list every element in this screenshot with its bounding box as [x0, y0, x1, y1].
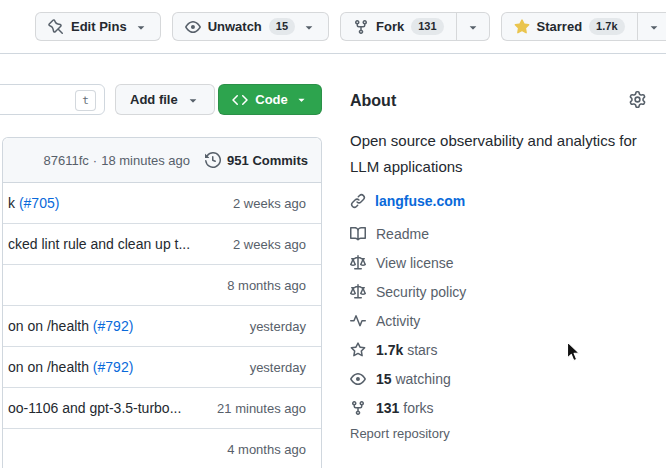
fork-label: Fork [376, 19, 404, 34]
repo-action-bar: Edit Pins Unwatch 15 Fork 131 Starred 1.… [0, 0, 666, 54]
commit-age: 8 months ago [227, 278, 306, 293]
star-filled-icon [514, 19, 530, 35]
about-header: About [350, 90, 646, 112]
commit-message-text: cked lint rule and clean up t... [8, 236, 190, 252]
starred-button[interactable]: Starred 1.7k [501, 12, 638, 41]
table-row: on on /health (#792)yesterday [3, 306, 321, 347]
commit-age: 2 weeks ago [233, 237, 306, 252]
book-icon [350, 226, 366, 242]
watch-count-badge: 15 [269, 18, 295, 35]
table-row: 8 months ago [3, 265, 321, 306]
gear-icon [629, 91, 646, 108]
commit-message-text: on on /health [8, 318, 93, 334]
about-link-label: Activity [376, 313, 420, 329]
issue-link[interactable]: (#792) [93, 359, 133, 375]
commit-message-text: oo-1106 and gpt-3.5-turbo... [8, 400, 181, 416]
repo-forked-icon [350, 400, 366, 416]
latest-commit-bar: 87611fc · 18 minutes ago 951 Commits [3, 138, 321, 183]
commit-sha: 87611fc [44, 153, 89, 168]
about-link-label: 15 watching [376, 371, 451, 387]
star-button-group: Starred 1.7k [501, 12, 666, 41]
about-links: ReadmeView licenseSecurity policyActivit… [350, 219, 646, 422]
unwatch-button[interactable]: Unwatch 15 [172, 12, 329, 41]
about-link-label: Security policy [376, 284, 466, 300]
commit-message[interactable]: oo-1106 and gpt-3.5-turbo... [8, 400, 205, 416]
fork-icon [353, 19, 369, 35]
pin-icon [48, 19, 64, 35]
commit-age: 2 weeks ago [233, 196, 306, 211]
file-table-card: 87611fc · 18 minutes ago 951 Commits k (… [2, 137, 322, 468]
website-row: langfuse.com [350, 193, 646, 209]
fork-button-group: Fork 131 [340, 12, 490, 41]
commit-message[interactable]: cked lint rule and clean up t... [8, 236, 221, 252]
fork-count-badge: 131 [411, 18, 443, 35]
table-row: on on /health (#792)yesterday [3, 347, 321, 388]
eye-icon [350, 371, 366, 387]
commit-time: 18 minutes ago [101, 153, 190, 168]
chevron-down-icon [295, 93, 308, 106]
table-row: k (#705)2 weeks ago [3, 183, 321, 224]
add-file-button[interactable]: Add file [115, 84, 215, 115]
star-count-badge: 1.7k [589, 18, 624, 35]
add-file-label: Add file [130, 92, 178, 107]
about-link-label: View license [376, 255, 454, 271]
pulse-icon [350, 313, 366, 329]
chevron-down-icon [647, 20, 661, 34]
about-title: About [350, 92, 396, 110]
table-row: 4 months ago [3, 429, 321, 468]
commit-age: yesterday [250, 319, 306, 334]
star-icon [350, 342, 366, 358]
about-link-security-policy[interactable]: Security policy [350, 277, 646, 306]
issue-link[interactable]: (#705) [19, 195, 59, 211]
about-link-activity[interactable]: Activity [350, 306, 646, 335]
file-rows: k (#705)2 weeks agocked lint rule and cl… [3, 183, 321, 468]
history-icon [205, 152, 221, 168]
repo-description: Open source observability and analytics … [350, 128, 646, 180]
about-link-readme[interactable]: Readme [350, 219, 646, 248]
chevron-down-icon [466, 20, 480, 34]
star-dropdown-button[interactable] [637, 12, 666, 41]
commit-message[interactable]: k (#705) [8, 195, 221, 211]
eye-icon [185, 19, 201, 35]
edit-pins-button[interactable]: Edit Pins [35, 12, 161, 41]
law-icon [350, 255, 366, 271]
fork-button[interactable]: Fork 131 [340, 12, 457, 41]
fork-dropdown-button[interactable] [456, 12, 490, 41]
website-link[interactable]: langfuse.com [375, 193, 465, 209]
report-repository-link[interactable]: Report repository [350, 426, 646, 441]
about-link-forks[interactable]: 131 forks [350, 393, 646, 422]
about-link-stars[interactable]: 1.7k stars [350, 335, 646, 364]
commit-message[interactable]: on on /health (#792) [8, 318, 238, 334]
chevron-down-icon [134, 20, 148, 34]
about-link-label: Readme [376, 226, 429, 242]
about-link-watching[interactable]: 15 watching [350, 364, 646, 393]
table-row: oo-1106 and gpt-3.5-turbo...21 minutes a… [3, 388, 321, 429]
repo-settings-button[interactable] [629, 91, 646, 111]
commit-message-text: on on /health [8, 359, 93, 375]
commit-age: 4 months ago [227, 442, 306, 457]
commit-separator: · [93, 153, 97, 168]
about-link-label: 1.7k stars [376, 342, 437, 358]
starred-label: Starred [537, 19, 583, 34]
commit-age: 21 minutes ago [217, 401, 306, 416]
commit-message[interactable]: on on /health (#792) [8, 359, 238, 375]
issue-link[interactable]: (#792) [93, 318, 133, 334]
goto-file-shortcut-key: t [75, 90, 96, 111]
table-row: cked lint rule and clean up t...2 weeks … [3, 224, 321, 265]
edit-pins-label: Edit Pins [71, 19, 127, 34]
code-label: Code [255, 92, 288, 107]
commits-link[interactable]: 951 Commits [205, 152, 308, 168]
goto-file-input[interactable]: t [0, 84, 105, 115]
unwatch-label: Unwatch [208, 19, 262, 34]
law-icon [350, 284, 366, 300]
about-section: About Open source observability and anal… [350, 90, 646, 441]
code-button[interactable]: Code [218, 84, 322, 115]
commits-count-label: 951 Commits [227, 153, 308, 168]
about-link-view-license[interactable]: View license [350, 248, 646, 277]
chevron-down-icon [302, 20, 316, 34]
code-icon [232, 92, 248, 108]
latest-commit-link[interactable]: 87611fc · 18 minutes ago [44, 153, 191, 168]
about-link-label: 131 forks [376, 400, 434, 416]
chevron-down-icon [186, 93, 200, 107]
link-icon [350, 193, 366, 209]
